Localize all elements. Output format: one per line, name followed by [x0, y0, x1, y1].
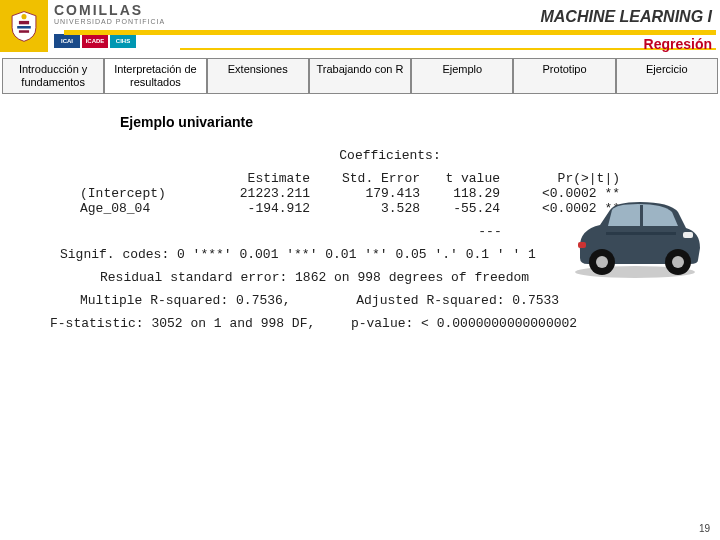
r-squared-line: Multiple R-squared: 0.7536, Adjusted R-s…: [0, 293, 720, 308]
tab-extensiones[interactable]: Extensiones: [207, 58, 309, 94]
svg-rect-7: [683, 232, 693, 238]
f-statistic-line: F-statistic: 3052 on 1 and 998 DF, p-val…: [0, 316, 720, 331]
slide-subtitle: Regresión: [644, 36, 712, 52]
badge-icai: ICAI: [54, 34, 80, 48]
coef-t: 118.29: [420, 186, 500, 201]
col-estimate: Estimate: [210, 171, 310, 186]
tab-ejemplo[interactable]: Ejemplo: [411, 58, 513, 94]
coef-est: -194.912: [210, 201, 310, 216]
svg-point-4: [596, 256, 608, 268]
tab-trabajando-r[interactable]: Trabajando con R: [309, 58, 411, 94]
f-statistic: F-statistic: 3052 on 1 and 998 DF,: [50, 316, 315, 331]
coef-name: Age_08_04: [80, 201, 210, 216]
col-tvalue: t value: [420, 171, 500, 186]
svg-point-6: [672, 256, 684, 268]
tab-prototipo[interactable]: Prototipo: [513, 58, 615, 94]
coef-se: 3.528: [310, 201, 420, 216]
tab-introduccion[interactable]: Introducción y fundamentos: [2, 58, 104, 94]
car-image: [560, 190, 710, 280]
coef-name: (Intercept): [80, 186, 210, 201]
badge-icade: ICADE: [82, 34, 108, 48]
col-stderror: Std. Error: [310, 171, 420, 186]
tab-interpretacion[interactable]: Interpretación de resultados: [104, 58, 206, 94]
coef-header: Coefficients:: [0, 148, 720, 163]
decor-bar: [64, 30, 716, 35]
section-tabs: Introducción y fundamentos Interpretació…: [0, 58, 720, 94]
decor-bar: [180, 48, 716, 50]
svg-point-0: [21, 14, 26, 19]
university-logo: [0, 0, 48, 52]
shield-icon: [7, 9, 41, 43]
multiple-r2: Multiple R-squared: 0.7536,: [80, 293, 291, 308]
coef-se: 179.413: [310, 186, 420, 201]
svg-rect-9: [606, 232, 676, 235]
course-title: MACHINE LEARNING I: [540, 8, 712, 26]
col-pvalue: Pr(>|t|): [500, 171, 620, 186]
tab-ejercicio[interactable]: Ejercicio: [616, 58, 718, 94]
svg-rect-8: [578, 242, 586, 248]
section-heading: Ejemplo univariante: [120, 114, 720, 130]
svg-rect-2: [640, 205, 643, 226]
slide-header: COMILLAS UNIVERSIDAD PONTIFICIA ICAI ICA…: [0, 0, 720, 54]
p-value: p-value: < 0.0000000000000002: [351, 316, 577, 331]
coef-col-headers: Estimate Std. Error t value Pr(>|t|): [0, 171, 720, 186]
brand-sub: UNIVERSIDAD PONTIFICIA: [54, 18, 165, 25]
coef-t: -55.24: [420, 201, 500, 216]
coef-est: 21223.211: [210, 186, 310, 201]
brand-badges: ICAI ICADE CIHS: [54, 34, 136, 48]
brand-name: COMILLAS: [54, 2, 143, 18]
page-number: 19: [699, 523, 710, 534]
adjusted-r2: Adjusted R-squared: 0.7533: [356, 293, 559, 308]
badge-cihs: CIHS: [110, 34, 136, 48]
